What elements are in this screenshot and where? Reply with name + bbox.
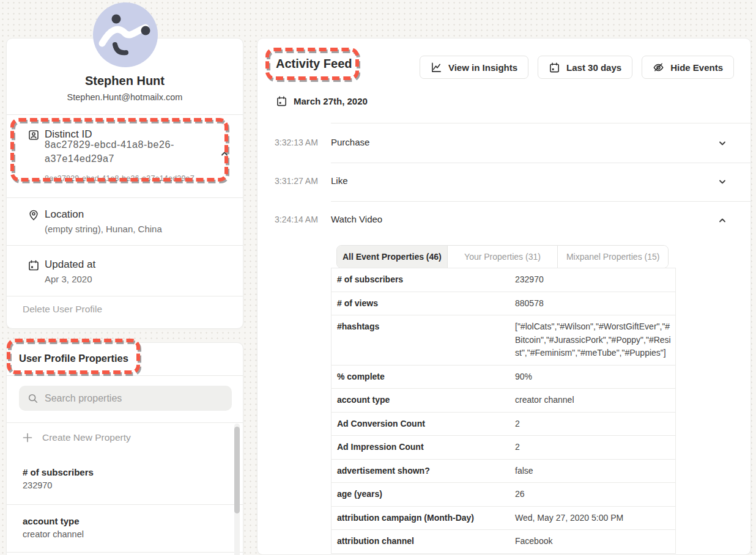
property-value: Wed, May 27, 2020 5:00 PM [515,507,675,530]
search-icon [28,393,39,404]
table-row: # of subscribers 232970 [332,268,675,292]
delete-user-profile-link[interactable]: Delete User Profile [23,304,102,315]
property-value: Facebook [515,530,675,553]
collapse-distinct-id-button[interactable] [219,149,230,160]
tab-mixpanel-properties[interactable]: Mixpanel Properties (15) [558,246,668,268]
user-profile-properties-title: User Profile Properties [19,353,128,364]
date-group-label: March 27th, 2020 [294,96,368,106]
activity-feed-card: Activity Feed View in Insights Last 30 d… [257,38,751,555]
location-label: Location [45,208,84,221]
chevron-down-icon[interactable] [717,177,727,186]
calendar-icon [549,62,560,73]
calendar-icon [276,95,287,107]
tab-your-properties[interactable]: Your Properties (31) [448,246,558,268]
eye-off-icon [653,62,664,73]
divider [7,296,243,296]
chevron-down-icon[interactable] [717,138,727,148]
property-list-item[interactable]: account type creator channel [23,516,224,539]
date-group-header: March 27th, 2020 [276,95,368,107]
event-time: 3:32:13 AM [275,138,318,147]
property-key: #hashtags [332,315,515,365]
updated-at-label: Updated at [45,259,95,271]
property-key: % complete [332,366,515,389]
user-profile-page: Stephen Hunt Stephen.Hunt@hotmailx.com D… [0,0,756,555]
event-properties-tabbar: All Event Properties (46) Your Propertie… [336,245,669,268]
line-chart-icon [431,62,442,73]
event-name: Like [331,175,348,186]
event-properties-table: # of subscribers 232970 # of views 88057… [331,268,676,554]
hide-events-label: Hide Events [670,62,723,73]
property-key: age (years) [332,483,515,506]
property-value: 2 [515,436,675,459]
table-row: age (years) 26 [332,483,675,507]
search-properties-input[interactable] [45,393,223,404]
id-card-icon [28,129,40,141]
property-key: Ad Impression Count [332,436,515,459]
property-key: # of views [332,292,515,315]
table-row: attribution channel Facebook [332,530,675,554]
divider [7,422,243,423]
divider [331,123,752,123]
divider [7,245,243,246]
table-row: attribution campaign (Month-Day) Wed, Ma… [332,507,675,531]
property-key: # of subscribers [332,268,515,292]
event-row-purchase[interactable]: 3:32:13 AM Purchase [258,124,750,163]
search-properties-box [19,386,232,411]
profile-card: Stephen Hunt Stephen.Hunt@hotmailx.com D… [6,38,243,329]
scrollbar-thumb[interactable] [234,427,240,513]
divider [7,114,243,115]
event-time: 3:24:14 AM [275,215,318,224]
property-value: 232970 [23,480,224,490]
location-value: (empty string), Hunan, China [45,224,162,234]
calendar-icon [28,259,40,271]
view-in-insights-button[interactable]: View in Insights [420,56,528,79]
distinct-id-value: 8ac27829-ebcd-41a8-be26-a37e14ed29a7 [45,138,191,166]
user-name: Stephen Hunt [7,74,243,88]
event-time: 3:31:27 AM [275,176,318,186]
property-key: Ad Conversion Count [332,413,515,436]
create-new-property-label: Create New Property [42,432,131,443]
view-in-insights-label: View in Insights [448,62,517,73]
create-new-property-button[interactable]: Create New Property [23,432,131,443]
property-key: attribution campaign (Month-Day) [332,507,515,530]
tab-all-event-properties[interactable]: All Event Properties (46) [337,246,448,268]
divider [7,197,243,198]
property-name: account type [23,516,224,526]
distinct-id-subvalue: 8ac27829-ebcd-41a8-be26-a37e14ed29a7 [45,174,195,183]
property-value: creator channel [23,529,224,539]
event-name: Watch Video [331,214,382,224]
user-email: Stephen.Hunt@hotmailx.com [7,92,243,102]
hide-events-button[interactable]: Hide Events [642,56,734,79]
divider [7,504,243,505]
updated-at-value: Apr 3, 2020 [45,274,92,284]
property-list-item[interactable]: # of subscribers 232970 [23,467,224,490]
property-value: creator channel [515,389,675,412]
property-name: # of subscribers [23,467,224,477]
user-profile-properties-card: User Profile Properties Create New Prope… [6,342,243,555]
table-row: account type creator channel [332,389,675,413]
property-value: 880578 [515,292,675,315]
table-row: % complete 90% [332,366,675,389]
property-value: 2 [515,413,675,436]
table-row: Ad Conversion Count 2 [332,413,675,436]
activity-toolbar: View in Insights Last 30 days Hide Event… [420,56,734,79]
property-value: 26 [515,483,675,506]
chevron-up-icon[interactable] [717,215,727,225]
property-key: advertisement shown? [332,460,515,483]
property-key: attribution channel [332,530,515,553]
property-value: ["#lolCats","#Wilson","#WorstGiftEver","… [515,315,675,365]
user-avatar [93,2,158,67]
table-row: # of views 880578 [332,292,675,316]
event-row-like[interactable]: 3:31:27 AM Like [258,163,750,201]
divider [7,552,243,553]
table-row: advertisement shown? false [332,460,675,483]
date-range-button[interactable]: Last 30 days [538,56,632,79]
event-row-watch-video[interactable]: 3:24:14 AM Watch Video [258,201,750,240]
property-key: account type [332,389,515,412]
event-name: Purchase [331,137,369,147]
date-range-label: Last 30 days [566,62,621,73]
plus-icon [23,433,32,443]
chevron-up-icon [220,149,229,158]
table-row: Ad Impression Count 2 [332,436,675,460]
property-value: false [515,460,675,483]
